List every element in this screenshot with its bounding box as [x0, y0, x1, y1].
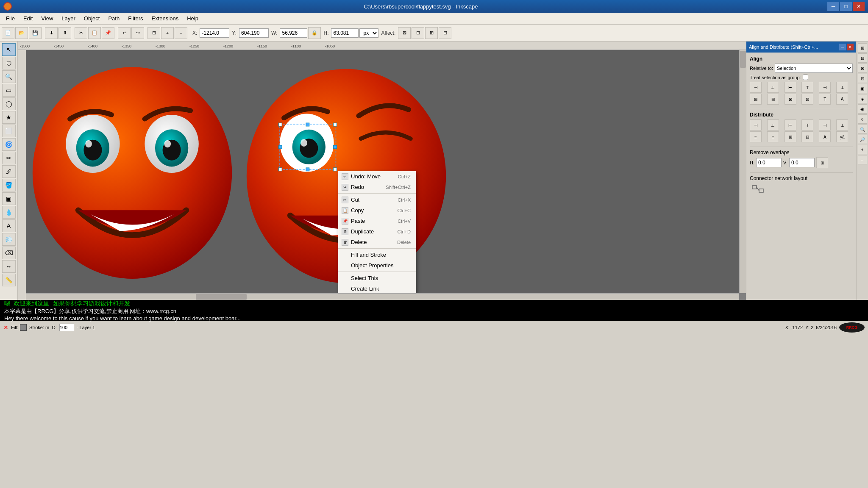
- zoom-out-button[interactable]: −: [175, 27, 187, 39]
- copy-button[interactable]: 📋: [88, 27, 101, 39]
- dist-bottom-btn[interactable]: ⊥: [836, 119, 848, 130]
- ctx-undo[interactable]: ↩ Undo: Move Ctrl+Z: [338, 171, 416, 182]
- affect-btn3[interactable]: ⊞: [425, 27, 438, 39]
- ctx-create-link[interactable]: Create Link: [338, 283, 416, 293]
- align-bl-btn[interactable]: ⊠: [785, 94, 796, 105]
- save-button[interactable]: 💾: [29, 27, 42, 39]
- h-overlap-input[interactable]: [756, 158, 782, 167]
- dist-right-btn[interactable]: ⊢: [785, 119, 796, 130]
- right-icon-9[interactable]: 🔍: [858, 125, 867, 134]
- align-tl-btn[interactable]: ⊞: [750, 94, 762, 105]
- dist-center-v-btn[interactable]: ⊣: [819, 119, 831, 130]
- paste-button[interactable]: 📌: [102, 27, 114, 39]
- ctx-duplicate[interactable]: ⧉ Duplicate Ctrl+D: [338, 226, 416, 237]
- new-button[interactable]: 📄: [2, 27, 14, 39]
- menu-filters[interactable]: Filters: [124, 14, 147, 23]
- affect-btn2[interactable]: ⊡: [412, 27, 424, 39]
- maximize-button[interactable]: □: [840, 2, 852, 11]
- right-icon-4[interactable]: ⊡: [858, 74, 867, 83]
- menu-file[interactable]: File: [2, 14, 19, 23]
- menu-object[interactable]: Object: [80, 14, 104, 23]
- right-icon-11[interactable]: +: [858, 145, 867, 154]
- dist-8-btn[interactable]: yā: [836, 131, 848, 142]
- bucket-tool[interactable]: 🪣: [2, 179, 16, 191]
- menu-help[interactable]: Help: [183, 14, 203, 23]
- remove-overlaps-btn[interactable]: ⊞: [816, 157, 828, 168]
- ctx-fill-stroke[interactable]: Fill and Stroke: [338, 250, 416, 260]
- select-tool[interactable]: ↖: [2, 43, 16, 56]
- ctx-select-this[interactable]: Select This: [338, 273, 416, 283]
- menu-edit[interactable]: Edit: [19, 14, 37, 23]
- align-text-btn[interactable]: T: [819, 94, 831, 105]
- right-icon-7[interactable]: ◉: [858, 104, 867, 114]
- treat-as-group-checkbox[interactable]: [803, 75, 808, 80]
- cut-button[interactable]: ✂: [75, 27, 87, 39]
- y-input[interactable]: [239, 28, 269, 38]
- units-select[interactable]: px mm in: [359, 28, 378, 38]
- align-top-btn[interactable]: ⊤: [801, 82, 813, 93]
- minimize-button[interactable]: ─: [827, 2, 839, 11]
- rect-tool[interactable]: ▭: [2, 84, 16, 97]
- affect-btn4[interactable]: ⊟: [439, 27, 451, 39]
- right-icon-1[interactable]: ⊞: [858, 43, 867, 53]
- node-tool[interactable]: ⬡: [2, 57, 16, 69]
- ctx-paste[interactable]: 📌 Paste Ctrl+V: [338, 216, 416, 226]
- zoom-in-button[interactable]: +: [161, 27, 174, 39]
- ctx-cut[interactable]: ✂ Cut Ctrl+X: [338, 194, 416, 205]
- eraser-tool[interactable]: ⌫: [2, 247, 16, 259]
- menu-layer[interactable]: Layer: [57, 14, 80, 23]
- connector-tool[interactable]: ↔: [2, 260, 16, 273]
- lock-aspect-button[interactable]: 🔒: [308, 27, 321, 39]
- right-icon-5[interactable]: ▣: [858, 84, 867, 93]
- canvas-content[interactable]: ↩ Undo: Move Ctrl+Z ↪ Redo Shift+Ctrl+Z …: [26, 50, 739, 293]
- vertical-scrollbar[interactable]: [739, 50, 746, 293]
- x-input[interactable]: [200, 28, 229, 38]
- dist-center-h-btn[interactable]: ⊥: [767, 119, 779, 130]
- redo-button[interactable]: ↪: [131, 27, 144, 39]
- panel-minimize-btn[interactable]: ─: [839, 44, 846, 50]
- ellipse-tool[interactable]: ◯: [2, 97, 16, 110]
- zoom-fit-button[interactable]: ⊞: [147, 27, 160, 39]
- dropper-tool[interactable]: 💧: [2, 206, 16, 219]
- align-center-v-btn[interactable]: ⊣: [819, 82, 831, 93]
- dist-left-btn[interactable]: ⊣: [750, 119, 762, 130]
- undo-button[interactable]: ↩: [118, 27, 131, 39]
- 3d-tool[interactable]: ⬜: [2, 125, 16, 137]
- align-right-btn[interactable]: ⊢: [785, 82, 796, 93]
- affect-btn1[interactable]: ⊠: [398, 27, 411, 39]
- v-overlap-input[interactable]: [789, 158, 815, 167]
- w-input[interactable]: [280, 28, 307, 38]
- align-tr-btn[interactable]: ⊟: [767, 94, 779, 105]
- calligraphy-tool[interactable]: 🖊: [2, 165, 16, 178]
- fill-color-box[interactable]: [20, 324, 27, 331]
- canvas-area[interactable]: -1500 -1450 -1400 -1350 -1300 -1250 -120…: [18, 42, 746, 300]
- ctx-object-properties[interactable]: Object Properties: [338, 260, 416, 271]
- open-button[interactable]: 📂: [15, 27, 28, 39]
- dist-even-h-btn[interactable]: ≡: [750, 131, 762, 142]
- zoom-tool[interactable]: 🔍: [2, 70, 16, 83]
- right-icon-10[interactable]: 🔎: [858, 135, 867, 144]
- panel-close-btn[interactable]: ✕: [847, 44, 854, 50]
- dist-top-btn[interactable]: ⊤: [801, 119, 813, 130]
- gradient-tool[interactable]: ▣: [2, 192, 16, 205]
- align-br-btn[interactable]: ⊡: [801, 94, 813, 105]
- pencil-tool[interactable]: ✏: [2, 152, 16, 164]
- align-left-btn[interactable]: ⊣: [750, 82, 762, 93]
- dist-6-btn[interactable]: ⊟: [801, 131, 813, 142]
- menu-path[interactable]: Path: [104, 14, 124, 23]
- menu-extensions[interactable]: Extensions: [147, 14, 183, 23]
- close-button[interactable]: ✕: [853, 2, 865, 11]
- text-tool[interactable]: A: [2, 219, 16, 232]
- right-icon-3[interactable]: ⊠: [858, 64, 867, 73]
- ctx-redo[interactable]: ↪ Redo Shift+Ctrl+Z: [338, 182, 416, 192]
- align-center-h-btn[interactable]: ⊥: [767, 82, 779, 93]
- import-button[interactable]: ⬇: [45, 27, 58, 39]
- ctx-copy[interactable]: 📋 Copy Ctrl+C: [338, 205, 416, 216]
- right-icon-2[interactable]: ⊟: [858, 53, 867, 63]
- menu-view[interactable]: View: [37, 14, 57, 23]
- dist-5-btn[interactable]: ⊞: [785, 131, 796, 142]
- measure-tool[interactable]: 📏: [2, 274, 16, 286]
- spiral-tool[interactable]: 🌀: [2, 138, 16, 151]
- h-input[interactable]: [331, 28, 359, 38]
- star-tool[interactable]: ★: [2, 111, 16, 124]
